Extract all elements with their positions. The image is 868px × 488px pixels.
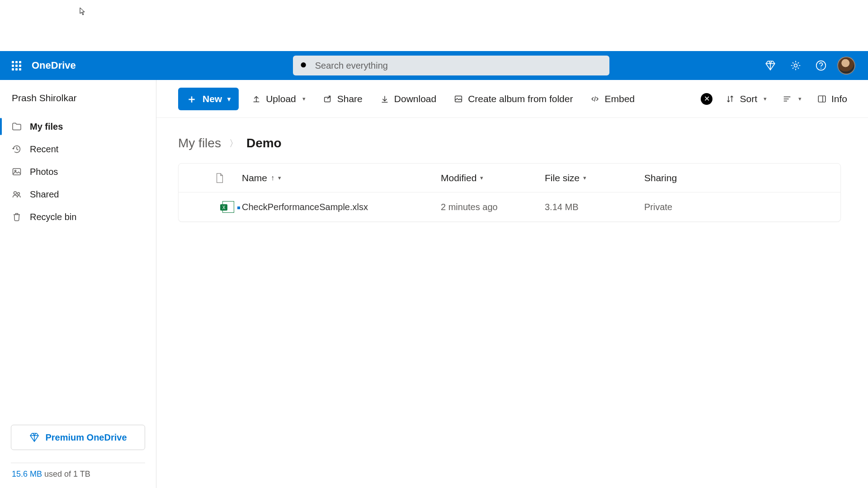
waffle-icon — [12, 61, 21, 70]
storage-usage[interactable]: 15.6 MB used of 1 TB — [0, 469, 156, 488]
svg-point-8 — [18, 192, 20, 195]
browser-chrome-blank — [0, 0, 868, 51]
settings-button[interactable] — [783, 53, 808, 78]
sidebar-item-label: Recent — [30, 144, 58, 155]
info-button[interactable]: Info — [812, 88, 852, 110]
chevron-down-icon: ▾ — [227, 95, 231, 103]
trash-icon — [11, 211, 23, 223]
share-label: Share — [337, 94, 363, 104]
svg-point-7 — [14, 192, 17, 194]
account-button[interactable] — [834, 53, 859, 78]
brand-title[interactable]: OneDrive — [32, 60, 76, 71]
embed-icon — [590, 94, 600, 104]
new-item-indicator-icon — [237, 204, 243, 209]
svg-rect-5 — [13, 169, 21, 175]
photos-icon — [11, 166, 23, 178]
modified-column-label: Modified — [441, 173, 476, 183]
storage-rest-text: used of 1 TB — [44, 469, 90, 479]
chevron-down-icon: ▾ — [764, 95, 767, 102]
breadcrumb-leaf: Demo — [246, 136, 282, 150]
sidebar-item-label: Recycle bin — [30, 212, 76, 222]
help-button[interactable] — [808, 53, 834, 78]
sharing-column-header[interactable]: Sharing — [644, 173, 840, 183]
sidebar-item-photos[interactable]: Photos — [0, 160, 156, 183]
chevron-down-icon: ▾ — [278, 174, 281, 181]
name-column-header[interactable]: Name ↑ ▾ — [242, 173, 441, 183]
main-content: ＋ New ▾ Upload ▾ Share Download Create a… — [156, 80, 868, 488]
table-row[interactable]: X CheckPerformanceSample.xlsx 2 minutes … — [179, 192, 840, 221]
svg-line-1 — [305, 67, 307, 69]
chevron-down-icon: ▾ — [302, 95, 306, 102]
close-pane-button[interactable]: ✕ — [701, 93, 712, 105]
upload-icon — [251, 94, 261, 104]
sidebar-item-shared[interactable]: Shared — [0, 183, 156, 206]
sort-button[interactable]: Sort ▾ — [721, 88, 771, 110]
svg-point-2 — [794, 64, 797, 67]
create-album-button[interactable]: Create album from folder — [449, 88, 577, 110]
chevron-right-icon: 〉 — [229, 137, 238, 150]
embed-button[interactable]: Embed — [585, 88, 639, 110]
breadcrumb: My files 〉 Demo — [156, 118, 868, 163]
close-icon: ✕ — [704, 94, 710, 103]
chevron-down-icon: ▾ — [798, 95, 802, 102]
premium-onedrive-button[interactable]: Premium OneDrive — [11, 425, 145, 450]
command-bar: ＋ New ▾ Upload ▾ Share Download Create a… — [156, 80, 868, 118]
chevron-down-icon: ▾ — [583, 174, 586, 181]
diamond-icon — [764, 60, 776, 71]
file-name[interactable]: CheckPerformanceSample.xlsx — [242, 202, 368, 212]
svg-rect-14 — [818, 96, 826, 102]
sidebar-item-label: Photos — [30, 167, 58, 177]
premium-label: Premium OneDrive — [45, 432, 127, 443]
gear-icon — [790, 60, 802, 71]
folder-icon — [11, 121, 23, 132]
info-pane-icon — [817, 94, 827, 104]
create-album-label: Create album from folder — [468, 94, 573, 104]
divider — [11, 463, 145, 463]
question-icon — [815, 60, 827, 71]
app-header: OneDrive — [0, 51, 868, 80]
sidebar-item-label: My files — [30, 122, 63, 132]
excel-icon: X — [222, 201, 234, 213]
sidebar-item-recent[interactable]: Recent — [0, 138, 156, 160]
share-icon — [323, 94, 333, 104]
plus-icon: ＋ — [186, 94, 197, 104]
svg-point-0 — [301, 62, 306, 67]
sidebar: Prash Shirolkar My files Recent Photos S… — [0, 80, 156, 488]
embed-label: Embed — [604, 94, 635, 104]
app-launcher-button[interactable] — [5, 55, 27, 76]
svg-rect-10 — [455, 96, 462, 102]
diamond-icon — [29, 432, 40, 443]
avatar — [837, 56, 855, 75]
sidebar-item-label: Shared — [30, 189, 59, 200]
file-type-column-header[interactable] — [215, 172, 242, 184]
modified-column-header[interactable]: Modified ▾ — [441, 173, 545, 183]
breadcrumb-root[interactable]: My files — [178, 136, 221, 150]
sort-asc-icon: ↑ — [271, 174, 274, 182]
new-button[interactable]: ＋ New ▾ — [178, 88, 239, 110]
premium-diamond-button[interactable] — [758, 53, 783, 78]
sort-icon — [725, 94, 735, 104]
search-icon — [299, 61, 309, 70]
name-column-label: Name — [242, 173, 267, 183]
view-list-icon — [782, 94, 792, 104]
storage-used: 15.6 MB — [12, 469, 42, 479]
search-box[interactable] — [293, 56, 609, 75]
document-icon — [215, 172, 225, 184]
upload-button[interactable]: Upload ▾ — [247, 88, 310, 110]
file-sharing: Private — [644, 202, 840, 212]
download-label: Download — [394, 94, 436, 104]
size-column-header[interactable]: File size ▾ — [545, 173, 644, 183]
download-button[interactable]: Download — [375, 88, 441, 110]
chevron-down-icon: ▾ — [480, 174, 483, 181]
sidebar-item-recycle-bin[interactable]: Recycle bin — [0, 206, 156, 228]
download-icon — [380, 94, 390, 104]
file-size: 3.14 MB — [545, 202, 644, 212]
user-display-name: Prash Shirolkar — [0, 93, 156, 115]
sidebar-item-my-files[interactable]: My files — [0, 115, 156, 138]
album-icon — [453, 94, 463, 104]
svg-rect-9 — [324, 97, 330, 102]
search-input[interactable] — [315, 61, 603, 71]
file-modified: 2 minutes ago — [441, 202, 545, 212]
share-button[interactable]: Share — [318, 88, 367, 110]
view-options-button[interactable]: ▾ — [779, 88, 804, 110]
